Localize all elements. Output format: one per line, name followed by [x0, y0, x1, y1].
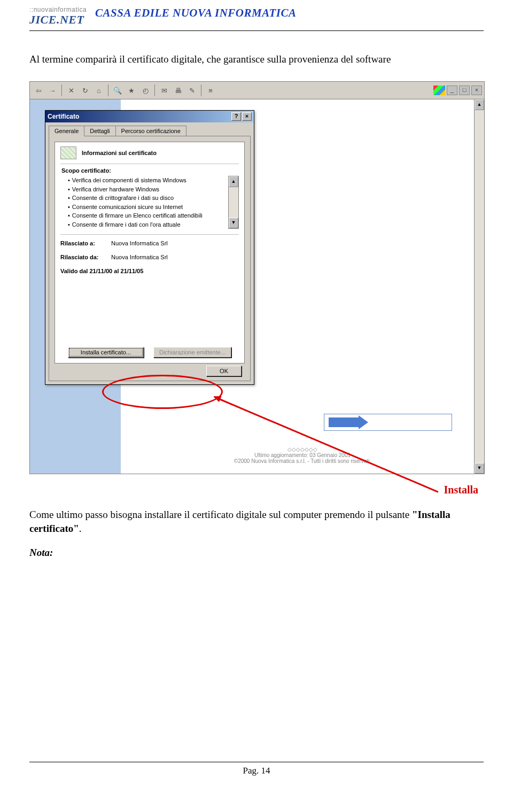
- intro-paragraph: Al termine comparirà il certificato digi…: [29, 52, 484, 66]
- scroll-down-icon[interactable]: ▼: [475, 463, 484, 474]
- scroll-up-icon[interactable]: ▲: [229, 176, 238, 187]
- windows-logo-icon: [433, 86, 445, 95]
- annotation-label: Installa: [29, 484, 484, 496]
- forward-icon[interactable]: →: [46, 84, 59, 97]
- arrow-right-icon: [329, 417, 361, 427]
- cert-info-heading: Informazioni sul certificato: [82, 150, 157, 156]
- issued-to-label: Rilasciato a:: [60, 240, 111, 246]
- scope-item: Consente di firmare un Elenco certificat…: [68, 211, 225, 220]
- issuer-statement-button[interactable]: Dichiarazione emittente...: [153, 347, 231, 358]
- search-icon[interactable]: 🔍: [111, 84, 124, 97]
- tab-details[interactable]: Dettagli: [84, 126, 115, 136]
- ok-button[interactable]: OK: [206, 366, 242, 376]
- certificate-dialog: Certificato ? × Generale Dettagli Percor…: [45, 110, 254, 385]
- install-certificate-button[interactable]: Installa certificato...: [68, 347, 144, 358]
- back-icon[interactable]: ⇦: [32, 84, 45, 97]
- scope-item: Verifica dei componenti di sistema Windo…: [68, 176, 225, 185]
- issued-by-label: Rilasciato da:: [60, 254, 111, 260]
- maximize-icon[interactable]: □: [459, 86, 470, 95]
- page-number: Pag. 14: [29, 762, 484, 776]
- refresh-icon[interactable]: ↻: [79, 84, 91, 97]
- note-label: Nota:: [29, 547, 484, 559]
- dialog-titlebar: Certificato ? ×: [45, 111, 254, 122]
- browser-content: iscritte alla Cassa Edile ed i loro cons…: [30, 99, 484, 474]
- favorites-icon[interactable]: ★: [125, 84, 138, 97]
- help-icon[interactable]: ?: [231, 112, 241, 121]
- scope-item: Verifica driver hardware Windows: [68, 185, 225, 194]
- tab-panel: Informazioni sul certificato Scopo certi…: [49, 136, 251, 381]
- browser-toolbar: ⇦ → ✕ ↻ ⌂ 🔍 ★ ◴ ✉ 🖶 ✎ ≡ _ □ ×: [30, 82, 484, 99]
- instruction-text: .: [79, 523, 82, 534]
- discuss-icon[interactable]: ≡: [204, 84, 217, 97]
- scope-item: Consente di crittografare i dati su disc…: [68, 194, 225, 203]
- edit-icon[interactable]: ✎: [185, 84, 198, 97]
- dialog-close-icon[interactable]: ×: [242, 112, 252, 121]
- tab-general[interactable]: Generale: [49, 126, 84, 136]
- dialog-tabs: Generale Dettagli Percorso certificazion…: [45, 122, 254, 136]
- footer-line: ©2000 Nuova Informatica s.r.l. - Tutti i…: [234, 458, 371, 464]
- tab-cert-path[interactable]: Percorso certificazione: [115, 126, 186, 136]
- scroll-track[interactable]: [475, 110, 484, 463]
- certificate-icon: [60, 146, 76, 159]
- scroll-down-icon[interactable]: ▼: [229, 218, 238, 228]
- instruction-text: Come ultimo passo bisogna installare il …: [29, 509, 412, 520]
- print-icon[interactable]: 🖶: [172, 84, 184, 97]
- cert-scope-list: Verifica dei componenti di sistema Windo…: [60, 176, 225, 229]
- page-header: ::nuovainformatica JICE.NET CASSA EDILE …: [29, 0, 484, 31]
- next-button[interactable]: [324, 414, 452, 431]
- scroll-up-icon[interactable]: ▲: [475, 99, 484, 110]
- stop-icon[interactable]: ✕: [65, 84, 77, 97]
- home-icon[interactable]: ⌂: [92, 84, 105, 97]
- footer-line: Ultimo aggiornamento: 03 Gennaio 2001: [254, 452, 351, 458]
- history-icon[interactable]: ◴: [139, 84, 152, 97]
- dialog-title: Certificato: [48, 113, 79, 120]
- scope-scrollbar[interactable]: ▲ ▼: [228, 176, 239, 229]
- mail-icon[interactable]: ✉: [158, 84, 170, 97]
- instruction-paragraph: Come ultimo passo bisogna installare il …: [29, 508, 484, 535]
- scope-item: Consente comunicazioni sicure su Interne…: [68, 203, 225, 212]
- logo-bottom-text: JICE.NET: [29, 13, 87, 26]
- logo: ::nuovainformatica JICE.NET: [29, 6, 87, 26]
- browser-window: ⇦ → ✕ ↻ ⌂ 🔍 ★ ◴ ✉ 🖶 ✎ ≡ _ □ ×: [29, 81, 485, 474]
- page-footer-note: ◇◇◇◇◇◇◇ Ultimo aggiornamento: 03 Gennaio…: [121, 446, 484, 464]
- header-title: CASSA EDILE NUOVA INFORMATICA: [95, 6, 297, 20]
- scope-item: Consente di firmare i dati con l'ora att…: [68, 220, 225, 229]
- scrollbar[interactable]: ▲ ▼: [474, 99, 484, 474]
- certificate-info-box: Informazioni sul certificato Scopo certi…: [55, 142, 245, 364]
- issued-by-value: Nuova Informatica Srl: [111, 254, 168, 260]
- minimize-icon[interactable]: _: [447, 86, 457, 95]
- cert-scope-label: Scopo certificato:: [61, 167, 239, 174]
- valid-from-to: Valido dal 21/11/00 al 21/11/05: [60, 268, 239, 274]
- issued-to-value: Nuova Informatica Srl: [111, 240, 168, 246]
- scroll-track[interactable]: [229, 187, 238, 218]
- close-icon[interactable]: ×: [471, 86, 482, 95]
